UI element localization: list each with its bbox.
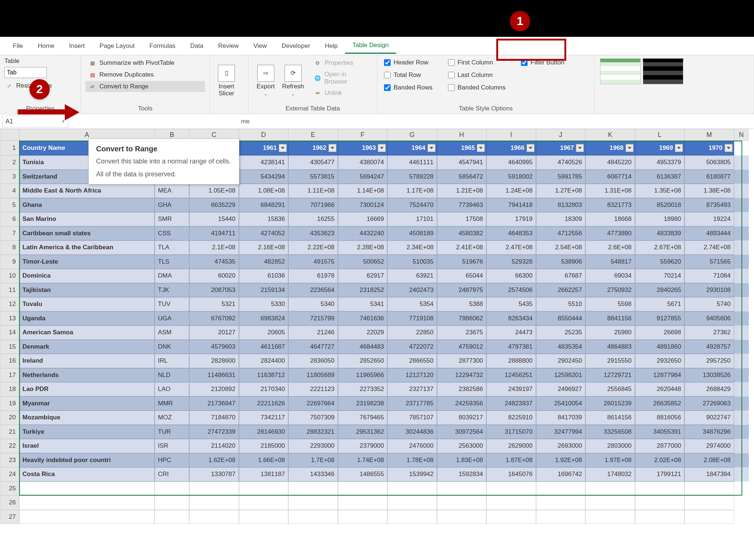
cell[interactable]: 8132803 — [536, 198, 586, 212]
row-header[interactable]: 18 — [0, 382, 19, 397]
cell[interactable]: 9022747 — [684, 411, 734, 425]
column-header[interactable]: K — [585, 129, 635, 141]
cell[interactable]: 5341 — [338, 297, 388, 311]
cell[interactable]: 5789228 — [387, 170, 437, 184]
cell[interactable]: 12877984 — [635, 368, 685, 383]
cell[interactable]: 2888800 — [486, 354, 536, 368]
cell[interactable]: 2852650 — [338, 354, 388, 368]
cell[interactable]: 2932650 — [635, 354, 685, 368]
cell[interactable]: 2.34E+08 — [387, 240, 437, 255]
cell[interactable]: 1330787 — [189, 467, 239, 482]
cell[interactable]: 7524470 — [387, 198, 437, 212]
column-header[interactable]: F — [338, 129, 388, 141]
cell[interactable]: 11638712 — [239, 368, 289, 383]
cell[interactable]: 2487975 — [437, 283, 487, 297]
cell[interactable]: 2318252 — [338, 283, 388, 297]
row-header[interactable]: 26 — [0, 496, 19, 510]
cell[interactable]: 24823937 — [486, 397, 536, 411]
cell[interactable]: 4194711 — [189, 226, 239, 241]
cell[interactable]: 2629000 — [486, 439, 536, 453]
cell[interactable]: NLD — [155, 368, 189, 383]
cell[interactable]: 2693000 — [536, 439, 586, 453]
cell[interactable]: 2159134 — [239, 283, 289, 297]
cell[interactable]: 22697664 — [288, 397, 338, 411]
cell[interactable]: MMR — [155, 397, 189, 411]
cell[interactable]: CRI — [155, 467, 189, 482]
cell[interactable]: 7719108 — [387, 311, 437, 326]
cell[interactable]: 1.24E+08 — [486, 184, 536, 198]
cell[interactable] — [239, 510, 289, 524]
cell[interactable]: 8417039 — [536, 411, 586, 425]
cell[interactable] — [155, 510, 189, 524]
cell[interactable] — [635, 482, 685, 496]
cell[interactable]: 474535 — [189, 255, 239, 269]
cell[interactable]: 2662257 — [536, 283, 586, 297]
cell[interactable]: San Marino — [19, 212, 155, 226]
row-header[interactable]: 22 — [0, 439, 19, 453]
cell[interactable] — [684, 510, 734, 524]
last-column-checkbox[interactable]: Last Column — [446, 70, 508, 80]
cell[interactable]: 12729721 — [585, 368, 635, 383]
cell[interactable]: 2836050 — [288, 354, 338, 368]
cell[interactable] — [338, 482, 388, 496]
cell[interactable]: 18980 — [635, 212, 685, 226]
row-header[interactable]: 23 — [0, 453, 19, 468]
cell[interactable]: 5063805 — [684, 155, 734, 170]
cell[interactable]: 559620 — [635, 255, 685, 269]
cell[interactable]: 7507309 — [288, 411, 338, 425]
cell[interactable]: Israel — [19, 439, 155, 453]
cell[interactable]: 2.02E+08 — [635, 453, 685, 468]
cell[interactable]: 7300124 — [338, 198, 388, 212]
cell[interactable]: 4953379 — [635, 155, 685, 170]
cell[interactable]: 5434294 — [239, 170, 289, 184]
cell[interactable]: 5598 — [585, 297, 635, 311]
cell[interactable]: 571565 — [684, 255, 734, 269]
cell[interactable]: 4547941 — [437, 155, 487, 170]
cell[interactable]: 1696742 — [536, 467, 586, 482]
cell[interactable] — [635, 510, 685, 524]
table-header-cell[interactable]: 1963 — [338, 141, 388, 155]
cell[interactable]: 2.41E+08 — [437, 240, 487, 255]
cell[interactable]: 4380074 — [338, 155, 388, 170]
ribbon-tab-home[interactable]: Home — [30, 39, 61, 53]
cell[interactable]: 24259356 — [437, 397, 487, 411]
cell[interactable]: 1645076 — [486, 467, 536, 482]
cell[interactable]: 8614156 — [585, 411, 635, 425]
cell[interactable]: Uganda — [19, 311, 155, 326]
total-row-checkbox[interactable]: Total Row — [382, 70, 435, 80]
cell[interactable] — [437, 482, 487, 496]
convert-to-range-button[interactable]: ⇄ Convert to Range — [85, 81, 205, 92]
cell[interactable]: 4353623 — [288, 226, 338, 241]
table-name-input[interactable] — [4, 67, 47, 78]
cell[interactable]: 29531362 — [338, 425, 388, 439]
header-row-checkbox[interactable]: Header Row — [382, 57, 435, 68]
cell[interactable]: 17101 — [387, 212, 437, 226]
cell[interactable]: UGA — [155, 311, 189, 326]
cell[interactable]: Middle East & North Africa — [19, 184, 155, 198]
cell[interactable]: 4648353 — [486, 226, 536, 241]
cell[interactable]: 2.1E+08 — [189, 240, 239, 255]
cell[interactable] — [585, 510, 635, 524]
cell[interactable]: 4759012 — [437, 340, 487, 354]
cell[interactable]: American Samoa — [19, 325, 155, 340]
cell[interactable]: 2185000 — [239, 439, 289, 453]
cell[interactable]: Netherlands — [19, 368, 155, 383]
cell[interactable]: 4274052 — [239, 226, 289, 241]
cell[interactable]: 8841156 — [585, 311, 635, 326]
cell[interactable]: MEA — [155, 184, 189, 198]
cell[interactable]: 2620448 — [635, 382, 685, 397]
cell[interactable]: 2574506 — [486, 283, 536, 297]
table-header-cell[interactable]: 1965 — [437, 141, 487, 155]
cell[interactable]: 4722072 — [387, 340, 437, 354]
cell[interactable]: 1.92E+08 — [536, 453, 586, 468]
cell[interactable]: 17508 — [437, 212, 487, 226]
cell[interactable]: Heavily indebted poor countri — [19, 453, 155, 468]
cell[interactable]: Dominica — [19, 269, 155, 283]
cell[interactable] — [486, 482, 536, 496]
cell[interactable]: 2.6E+08 — [585, 240, 635, 255]
cell[interactable]: 2382586 — [437, 382, 487, 397]
cell[interactable]: 2902450 — [536, 354, 586, 368]
cell[interactable]: 7071966 — [288, 198, 338, 212]
cell[interactable]: DMA — [155, 269, 189, 283]
cell[interactable]: 1.7E+08 — [288, 453, 338, 468]
